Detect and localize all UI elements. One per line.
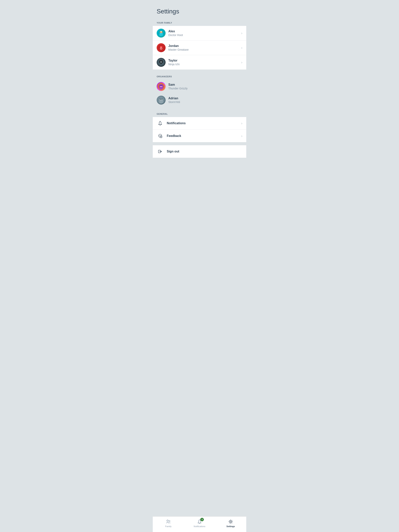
item-text-notifications: Notifications [167, 121, 239, 125]
main-content: Settings YOUR FAMILY [153, 0, 246, 532]
svg-point-37 [159, 136, 160, 136]
general-list: Notifications › Feedback › [153, 117, 246, 142]
family-nav-icon [166, 519, 171, 524]
notifications-nav-label: Notifications [194, 525, 205, 527]
avatar-sam [157, 82, 166, 91]
svg-point-38 [160, 136, 160, 136]
item-subtitle-sam: Thunder Grizzly [168, 87, 242, 90]
chevron-icon: › [241, 46, 242, 50]
item-subtitle-adrian: StormYeti [168, 100, 242, 104]
svg-point-30 [161, 99, 162, 100]
svg-rect-15 [159, 61, 160, 63]
item-subtitle-jordan: Master Greataxe [168, 48, 239, 51]
item-text-alex: Alex Doctor Hoot [168, 29, 239, 37]
svg-point-39 [161, 136, 161, 136]
item-name-jordan: Jordan [168, 44, 239, 48]
nav-item-notifications[interactable]: 3 Notifications [184, 519, 215, 527]
feedback-icon [157, 133, 164, 139]
chevron-icon: › [241, 60, 242, 64]
item-text-sam: Sam Thunder Grizzly [168, 83, 242, 90]
notifications-item[interactable]: Notifications › [153, 117, 246, 130]
page-title: Settings [153, 0, 246, 19]
item-name-feedback: Feedback [167, 134, 239, 138]
section-gap [153, 142, 246, 145]
avatar-taylor [157, 58, 166, 67]
chevron-icon: › [241, 134, 242, 138]
item-text-adrian: Adrian StormYeti [168, 96, 242, 104]
general-header: GENERAL [153, 110, 246, 117]
sign-out-icon [157, 148, 164, 155]
item-subtitle-alex: Doctor Hoot [168, 33, 239, 37]
svg-rect-16 [162, 61, 163, 63]
empty-space [153, 158, 246, 197]
your-family-header: YOUR FAMILY [153, 19, 246, 26]
list-item[interactable]: Adrian StormYeti [157, 93, 242, 107]
list-item[interactable]: Jordan Master Greataxe › [153, 40, 246, 55]
organizers-header: ORGANIZERS [157, 73, 242, 80]
nav-item-family[interactable]: Family [153, 519, 184, 527]
svg-point-26 [159, 87, 163, 89]
chevron-icon: › [241, 31, 242, 35]
item-text-taylor: Taylor Ninja Ichi [168, 59, 239, 66]
settings-nav-icon [228, 519, 233, 524]
svg-rect-20 [160, 63, 162, 64]
item-text-feedback: Feedback [167, 134, 239, 138]
item-name-alex: Alex [168, 29, 239, 33]
family-nav-label: Family [165, 525, 171, 527]
item-name-signout: Sign out [167, 150, 242, 154]
sign-out-item[interactable]: Sign out [153, 145, 246, 158]
svg-point-31 [159, 100, 163, 103]
organizers-section: ORGANIZERS [153, 73, 246, 107]
svg-rect-11 [161, 48, 161, 49]
item-name-adrian: Adrian [168, 96, 242, 101]
avatar-jordan [157, 43, 166, 52]
settings-nav-label: Settings [226, 525, 235, 527]
sign-out-section: Sign out [153, 145, 246, 158]
bottom-nav: Family 3 Notifications Settings [153, 516, 246, 532]
avatar-adrian [157, 96, 166, 105]
avatar-alex [157, 29, 166, 38]
item-text-signout: Sign out [167, 150, 242, 154]
item-name-notifications: Notifications [167, 121, 239, 125]
item-subtitle-taylor: Ninja Ichi [168, 63, 239, 66]
notification-badge: 3 [200, 518, 204, 521]
svg-point-24 [160, 85, 161, 86]
svg-point-18 [160, 62, 161, 62]
svg-point-42 [167, 520, 168, 521]
list-item[interactable]: Alex Doctor Hoot › [153, 26, 246, 40]
bell-icon [157, 120, 164, 127]
nav-item-settings[interactable]: Settings [215, 519, 246, 527]
item-text-jordan: Jordan Master Greataxe [168, 44, 239, 52]
list-item[interactable]: Taylor Ninja Ichi › [153, 55, 246, 70]
svg-point-45 [230, 521, 232, 522]
item-name-taylor: Taylor [168, 59, 239, 63]
your-family-list: Alex Doctor Hoot › Jordan Master Greatax… [153, 26, 246, 70]
svg-point-19 [161, 62, 162, 62]
svg-point-25 [161, 85, 162, 86]
svg-point-43 [169, 520, 170, 522]
section-gap [153, 70, 246, 73]
svg-point-6 [159, 33, 163, 36]
section-gap [153, 107, 246, 110]
notifications-nav-icon: 3 [197, 519, 202, 524]
feedback-item[interactable]: Feedback › [153, 130, 246, 142]
list-item[interactable]: Sam Thunder Grizzly [157, 80, 242, 93]
svg-point-29 [160, 99, 161, 100]
chevron-icon: › [241, 121, 242, 125]
item-name-sam: Sam [168, 83, 242, 87]
